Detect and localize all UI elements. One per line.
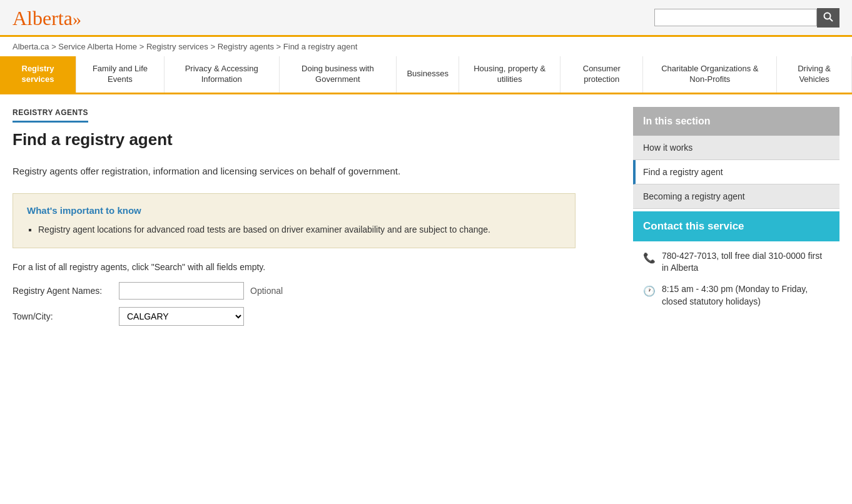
- search-icon: [823, 12, 833, 22]
- search-bar: [654, 8, 839, 28]
- nav-item-doing-business[interactable]: Doing business with Government: [280, 56, 397, 93]
- sidebar-link-how-it-works[interactable]: How it works: [633, 136, 839, 159]
- nav-item-driving[interactable]: Driving & Vehicles: [777, 56, 852, 93]
- search-button[interactable]: [817, 8, 839, 28]
- city-field-row: Town/City: CALGARY: [13, 307, 614, 326]
- contact-details: 📞 780-427-7013, toll free dial 310-0000 …: [633, 241, 839, 325]
- phone-icon: 📞: [643, 251, 656, 265]
- contact-phone-text: 780-427-7013, toll free dial 310-0000 fi…: [662, 250, 829, 275]
- contact-phone-item: 📞 780-427-7013, toll free dial 310-0000 …: [643, 250, 829, 275]
- nav-item-registry-services[interactable]: Registry services: [0, 56, 76, 93]
- clock-icon: 🕐: [643, 285, 656, 298]
- nav-item-businesses[interactable]: Businesses: [397, 56, 459, 93]
- info-box: What's important to know Registry agent …: [13, 193, 576, 248]
- logo-accent: »: [73, 9, 81, 29]
- sidebar-item-find-agent[interactable]: Find a registry agent: [633, 160, 839, 184]
- info-box-title: What's important to know: [27, 205, 561, 216]
- city-select[interactable]: CALGARY: [119, 307, 244, 326]
- sidebar-section-title: In this section: [633, 107, 839, 136]
- nav-item-family-life[interactable]: Family and Life Events: [76, 56, 165, 93]
- search-hint: For a list of all registry agents, click…: [13, 262, 614, 272]
- name-label: Registry Agent Names:: [13, 286, 119, 296]
- svg-point-0: [824, 13, 831, 19]
- sidebar: In this section How it works Find a regi…: [633, 107, 839, 334]
- sidebar-item-how-it-works[interactable]: How it works: [633, 136, 839, 160]
- info-box-item: Registry agent locations for advanced ro…: [38, 223, 561, 236]
- nav-bar: Registry services Family and Life Events…: [0, 56, 852, 94]
- sidebar-section: In this section How it works Find a regi…: [633, 107, 839, 209]
- sidebar-link-find-agent[interactable]: Find a registry agent: [636, 160, 839, 184]
- nav-item-privacy[interactable]: Privacy & Accessing Information: [165, 56, 280, 93]
- nav-item-housing[interactable]: Housing, property & utilities: [459, 56, 560, 93]
- search-input[interactable]: [654, 9, 817, 26]
- main-container: REGISTRY AGENTS Find a registry agent Re…: [0, 94, 852, 346]
- registry-agent-name-input[interactable]: [119, 282, 244, 300]
- breadcrumb: Alberta.ca > Service Alberta Home > Regi…: [0, 37, 852, 56]
- optional-label: Optional: [250, 286, 283, 296]
- name-field-row: Registry Agent Names: Optional: [13, 282, 614, 300]
- nav-item-consumer[interactable]: Consumer protection: [560, 56, 643, 93]
- svg-line-1: [830, 18, 833, 21]
- contact-hours-item: 🕐 8:15 am - 4:30 pm (Monday to Friday, c…: [643, 283, 829, 308]
- info-box-list: Registry agent locations for advanced ro…: [38, 223, 561, 236]
- contact-hours-text: 8:15 am - 4:30 pm (Monday to Friday, clo…: [662, 283, 829, 308]
- contact-section-header: Contact this service: [633, 211, 839, 241]
- contact-section-title: Contact this service: [643, 220, 829, 233]
- page-title: Find a registry agent: [13, 130, 614, 149]
- sidebar-item-becoming-agent[interactable]: Becoming a registry agent: [633, 184, 839, 209]
- nav-item-charitable[interactable]: Charitable Organizations & Non-Profits: [643, 56, 777, 93]
- section-label: REGISTRY AGENTS: [13, 108, 88, 123]
- intro-text: Registry agents offer registration, info…: [13, 164, 550, 179]
- sidebar-link-becoming-agent[interactable]: Becoming a registry agent: [633, 184, 839, 208]
- city-label: Town/City:: [13, 311, 119, 321]
- content-area: REGISTRY AGENTS Find a registry agent Re…: [13, 107, 614, 334]
- header: Alberta»: [0, 0, 852, 37]
- sidebar-nav: How it works Find a registry agent Becom…: [633, 136, 839, 209]
- logo[interactable]: Alberta»: [13, 6, 81, 29]
